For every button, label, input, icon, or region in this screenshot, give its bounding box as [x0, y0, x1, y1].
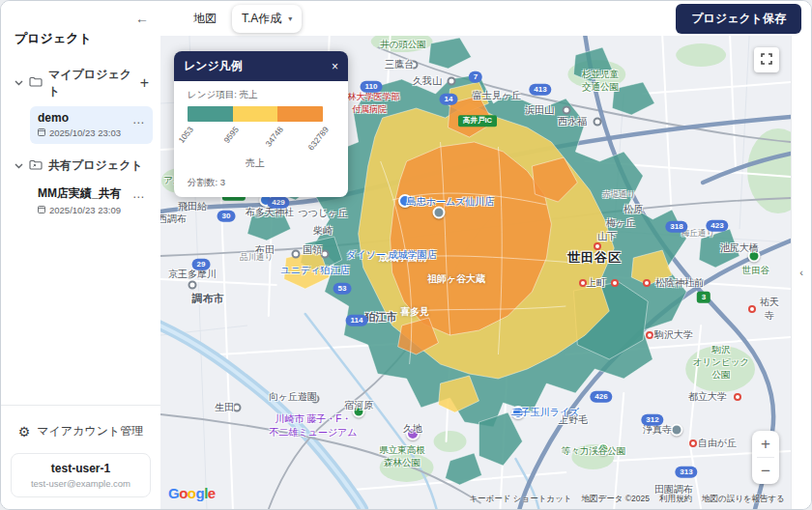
- attribution-item[interactable]: 利用規約: [659, 494, 692, 505]
- station-marker[interactable]: [233, 404, 242, 412]
- zoom-in-button[interactable]: +: [752, 431, 779, 457]
- map-label: 松陰神社前: [655, 276, 704, 290]
- map-label: 京王多摩川: [168, 268, 217, 281]
- account-management-button[interactable]: ⚙ マイアカウント管理: [11, 417, 151, 453]
- road-shield: 423: [706, 220, 728, 232]
- poi-marker[interactable]: [748, 250, 761, 263]
- calendar-icon: [38, 205, 45, 215]
- map-label: 杉並児童 交通公園: [582, 69, 619, 94]
- main-panel: 地図 T.A作成 ▾ プロジェクト保存: [160, 1, 811, 509]
- project-menu-icon[interactable]: ⋯: [132, 190, 145, 204]
- map-label: 上野毛: [559, 413, 588, 427]
- right-panel-strip: ‹: [791, 36, 811, 509]
- station-marker[interactable]: [723, 245, 731, 253]
- save-project-button[interactable]: プロジェクト保存: [676, 4, 801, 34]
- poi-marker[interactable]: [398, 194, 412, 208]
- sidebar-section-shared-projects[interactable]: 共有プロジェクト: [1, 150, 160, 179]
- poi-marker[interactable]: [353, 406, 365, 418]
- road-shield: 413: [529, 84, 551, 96]
- calendar-icon: [38, 128, 45, 138]
- poi-marker[interactable]: [511, 406, 525, 419]
- legend-color-segment: [277, 106, 323, 122]
- user-card[interactable]: test-user-1 test-user@example.com: [11, 453, 151, 497]
- map-label: ダイソー 成城学園店: [346, 248, 436, 262]
- map-label: 西調布: [160, 212, 187, 226]
- station-marker[interactable]: [689, 439, 697, 447]
- legend-color-segment: [188, 106, 233, 122]
- station-marker[interactable]: [563, 106, 571, 115]
- station-marker[interactable]: [473, 92, 481, 100]
- road-shield: 426: [590, 391, 612, 403]
- map-label: 飛田給: [178, 200, 207, 213]
- map-label: 調布市: [192, 292, 224, 306]
- map-label: 川崎市 藤子・F・ 不二雄ミュージアム: [269, 412, 357, 439]
- map-label: 井の頭公園: [380, 39, 426, 51]
- legend-axis-label: 売上: [188, 156, 323, 170]
- fullscreen-icon: [761, 51, 772, 69]
- add-project-button[interactable]: +: [140, 75, 149, 91]
- project-name: MM店実績_共有: [38, 185, 145, 202]
- legend-divisions: 分割数: 3: [188, 177, 334, 189]
- range-legend-panel[interactable]: レンジ凡例 × レンジ項目: 売上 1053959534748632789 売上…: [174, 51, 348, 197]
- google-logo-letter: o: [188, 485, 196, 501]
- folder-icon: [29, 76, 43, 90]
- station-marker[interactable]: [292, 250, 301, 259]
- section-label: 共有プロジェクト: [48, 157, 143, 174]
- map-label: 成城学園前: [379, 251, 427, 265]
- map-label: 自由が丘: [698, 437, 737, 450]
- google-logo[interactable]: Google: [168, 485, 216, 501]
- poi-marker[interactable]: [406, 427, 420, 440]
- sidebar-section-my-projects[interactable]: マイプロジェクト +: [1, 59, 160, 104]
- map-label: 赤堤通り: [602, 189, 635, 201]
- google-logo-letter: g: [196, 485, 205, 501]
- legend-stop-value: 34748: [264, 125, 285, 149]
- map-label: 都立大学: [688, 390, 727, 404]
- poi-marker[interactable]: [671, 424, 683, 437]
- station-marker[interactable]: [448, 77, 456, 86]
- station-marker[interactable]: [594, 242, 601, 250]
- user-email: test-user@example.com: [17, 478, 144, 489]
- poi-marker[interactable]: [433, 207, 446, 219]
- station-marker[interactable]: [748, 305, 756, 313]
- map-label: 駒沢 オリンピック 公園: [693, 344, 749, 382]
- station-marker[interactable]: [321, 250, 330, 259]
- legend-stop-labels: 1053959534748632789: [188, 122, 323, 156]
- user-name: test-user-1: [17, 462, 144, 475]
- station-marker[interactable]: [579, 279, 587, 287]
- station-marker[interactable]: [311, 395, 320, 404]
- close-icon[interactable]: ×: [332, 60, 338, 73]
- station-marker[interactable]: [643, 279, 651, 287]
- legend-stop-value: 1053: [176, 125, 195, 145]
- station-marker[interactable]: [594, 118, 602, 127]
- poi-marker[interactable]: [597, 443, 610, 456]
- attribution-item[interactable]: キーボード ショートカット: [469, 494, 571, 505]
- map-canvas[interactable]: 世田谷区調布市狛江市三鷹台久我山富士見ヶ丘浜田山西永福松原梅ヶ丘山下上町松陰神社…: [160, 36, 791, 509]
- fullscreen-button[interactable]: [754, 47, 779, 72]
- station-marker[interactable]: [646, 331, 653, 339]
- road-shield: 313: [675, 467, 697, 478]
- station-marker[interactable]: [188, 281, 197, 290]
- map-label: 布田: [255, 243, 275, 257]
- map-label: 山下: [597, 230, 617, 243]
- attribution-item[interactable]: 地図の誤りを報告する: [702, 494, 785, 505]
- sidebar-collapse-icon[interactable]: ←: [135, 11, 149, 26]
- map-label: 喜多見: [400, 305, 429, 319]
- station-marker[interactable]: [410, 61, 419, 70]
- project-item-demo[interactable]: demo 2025/10/23 23:03 ⋯: [30, 106, 153, 144]
- project-item-shared[interactable]: MM店実績_共有 2025/10/23 23:09 ⋯: [30, 181, 153, 221]
- legend-color-bar: [188, 106, 323, 122]
- map-label: 世田谷区: [567, 249, 622, 267]
- map-label: 祖師ヶ谷大蔵: [427, 272, 485, 286]
- road-shield: 高井戸IC: [458, 115, 497, 127]
- zoom-out-button[interactable]: −: [752, 458, 779, 484]
- map-label: 松原: [624, 203, 643, 216]
- tab-map[interactable]: 地図: [184, 5, 226, 33]
- station-marker[interactable]: [734, 393, 741, 401]
- section-label: マイプロジェクト: [48, 67, 134, 99]
- project-menu-icon[interactable]: ⋯: [132, 116, 145, 129]
- map-label: 県立東高根 森林公園: [379, 444, 425, 469]
- expand-panel-chevron-icon[interactable]: ‹: [799, 267, 803, 278]
- road-shield: 29: [192, 259, 211, 270]
- station-marker[interactable]: [611, 279, 619, 287]
- tab-ta-create[interactable]: T.A作成 ▾: [232, 5, 302, 33]
